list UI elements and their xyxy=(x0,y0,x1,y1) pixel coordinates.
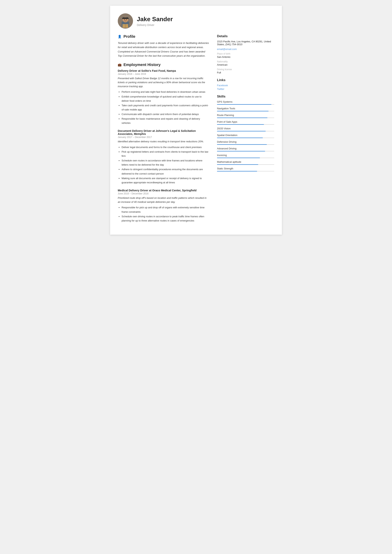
job-2-title: Document Delivery Driver at Johnson's Le… xyxy=(118,129,209,135)
skill-pos-bar-bg xyxy=(217,124,274,125)
job-2: Document Delivery Driver at Johnson's Le… xyxy=(118,129,209,185)
svg-point-4 xyxy=(124,19,125,20)
job-3-summary: Prioritized route drop off's based on lo… xyxy=(118,196,209,204)
header-text: Jake Sander Delivery Driver xyxy=(137,16,173,27)
skill-strength-name: Static Strength xyxy=(217,167,274,170)
skill-pos-bar-fill xyxy=(217,124,264,125)
skill-invoicing: Invoicing xyxy=(217,154,274,158)
nationality-row: Nationality American xyxy=(217,60,274,66)
skill-invoicing-name: Invoicing xyxy=(217,154,274,157)
skill-route: Route Planning xyxy=(217,114,274,118)
candidate-subtitle: Delivery Driver xyxy=(137,23,173,27)
employment-icon: 💼 xyxy=(118,63,122,67)
list-item: Adhere to stringent confidentiality proc… xyxy=(122,167,209,176)
birth-value: San Antonio xyxy=(217,55,274,58)
employment-section-title: 💼 Employment History xyxy=(118,62,209,67)
job-1-title: Delivery Driver at Solito's Fast Food, N… xyxy=(118,69,209,72)
skill-advanced-name: Advanced Driving xyxy=(217,147,274,150)
job-1-dates: January 2018 – June 2019 xyxy=(118,73,209,75)
email-row: email@email.com xyxy=(217,48,274,51)
profile-section-title: 👤 Profile xyxy=(118,34,209,39)
skill-gps-bar-bg xyxy=(217,104,274,105)
list-item: Schedule own driving routes in accordanc… xyxy=(122,215,209,223)
skills-section-title: Skills xyxy=(217,95,274,98)
skill-advanced-bar-fill xyxy=(217,151,265,152)
skill-invoicing-bar-bg xyxy=(217,158,274,158)
license-value: Full xyxy=(217,71,274,74)
skill-defensive-name: Defensive Driving xyxy=(217,140,274,143)
list-item: Deliver legal documents and forms to the… xyxy=(122,145,209,149)
skill-math: Mathematical aptitude xyxy=(217,160,274,165)
job-3-bullets: Responsible for pick up and drop off of … xyxy=(118,206,209,223)
address-value: 1515 Pacific Ave, Los Angeles, CA 90291,… xyxy=(217,40,274,46)
candidate-name: Jake Sander xyxy=(137,16,173,23)
nationality-label: Nationality xyxy=(217,60,274,63)
list-item: Pick up registered letters and contracts… xyxy=(122,150,209,158)
list-item: Take cash payments and credit card payme… xyxy=(122,104,209,112)
job-2-summary: Identified alternative delivery routes r… xyxy=(118,140,209,144)
skill-defensive-bar-bg xyxy=(217,144,274,145)
job-1-summary: Presented with Safest Driver Badge 12 mo… xyxy=(118,76,209,88)
svg-rect-3 xyxy=(122,18,129,19)
skill-spatial-name: Spatial Orientation xyxy=(217,134,274,137)
facebook-link[interactable]: Facebook xyxy=(217,84,274,87)
main-content: 👤 Profile Tenured delivery driver with o… xyxy=(118,34,274,227)
skill-vision: 20/20 Vision xyxy=(217,127,274,132)
list-item: Schedule own routes in accordance with t… xyxy=(122,159,209,167)
job-2-dates: January 2017 – December 2017 xyxy=(118,136,209,138)
links-section-title: Links xyxy=(217,78,274,82)
skill-math-name: Mathematical aptitude xyxy=(217,160,274,163)
birth-label: Place of birth xyxy=(217,52,274,55)
skill-math-bar-bg xyxy=(217,164,274,165)
address-row: 1515 Pacific Ave, Los Angeles, CA 90291,… xyxy=(217,40,274,46)
profile-text: Tenured delivery driver with over a deca… xyxy=(118,41,209,58)
skill-math-bar-fill xyxy=(217,164,258,165)
svg-point-5 xyxy=(126,19,127,20)
skill-route-bar-fill xyxy=(217,118,267,118)
skill-route-bar-bg xyxy=(217,118,274,118)
skill-strength: Static Strength xyxy=(217,167,274,172)
skill-spatial: Spatial Orientation xyxy=(217,134,274,138)
skill-nav-bar-bg xyxy=(217,111,274,111)
skill-strength-bar-fill xyxy=(217,171,257,172)
list-item: Responsible for pick up and drop off of … xyxy=(122,206,209,214)
skill-vision-name: 20/20 Vision xyxy=(217,127,274,130)
resume-header: Jake Sander Delivery Driver xyxy=(118,13,274,29)
email-link[interactable]: email@email.com xyxy=(217,48,274,51)
skill-advanced: Advanced Driving xyxy=(217,147,274,152)
skill-vision-bar-bg xyxy=(217,131,274,132)
skill-strength-bar-bg xyxy=(217,171,274,172)
skill-spatial-bar-fill xyxy=(217,138,263,138)
skill-route-name: Route Planning xyxy=(217,114,274,117)
birth-row: Place of birth San Antonio xyxy=(217,52,274,58)
skill-nav-name: Navigation Tools xyxy=(217,107,274,110)
profile-icon: 👤 xyxy=(118,35,122,38)
avatar xyxy=(118,13,133,29)
skill-nav: Navigation Tools xyxy=(217,107,274,111)
skill-gps: GPS Systems xyxy=(217,100,274,105)
job-2-bullets: Deliver legal documents and forms to the… xyxy=(118,145,209,185)
list-item: Communicate with dispatch center and inf… xyxy=(122,112,209,116)
license-row: Driving license Full xyxy=(217,68,274,74)
job-1-bullets: Perform evening and late-night fast food… xyxy=(118,90,209,125)
list-item: Making sure all documents are stamped or… xyxy=(122,176,209,185)
job-3-title: Medical Delivery Driver at Oraco Medical… xyxy=(118,189,209,192)
list-item: Exhibit comprehensive knowledge of quick… xyxy=(122,95,209,103)
skill-defensive: Defensive Driving xyxy=(217,140,274,145)
skill-gps-bar-fill xyxy=(217,104,271,105)
skill-spatial-bar-bg xyxy=(217,138,274,138)
skill-vision-bar-fill xyxy=(217,131,266,132)
skill-nav-bar-fill xyxy=(217,111,268,111)
details-section-title: Details xyxy=(217,34,274,38)
skill-invoicing-bar-fill xyxy=(217,158,260,158)
left-column: 👤 Profile Tenured delivery driver with o… xyxy=(118,34,209,227)
skill-pos: Point of Sale Apps xyxy=(217,120,274,125)
skill-gps-name: GPS Systems xyxy=(217,100,274,103)
job-1: Delivery Driver at Solito's Fast Food, N… xyxy=(118,69,209,125)
twitter-link[interactable]: Twitter xyxy=(217,88,274,90)
nationality-value: American xyxy=(217,63,274,66)
license-label: Driving license xyxy=(217,68,274,71)
list-item: Responsible for basic maintenance and re… xyxy=(122,117,209,125)
job-3: Medical Delivery Driver at Oraco Medical… xyxy=(118,189,209,223)
list-item: Perform evening and late-night fast food… xyxy=(122,90,209,94)
